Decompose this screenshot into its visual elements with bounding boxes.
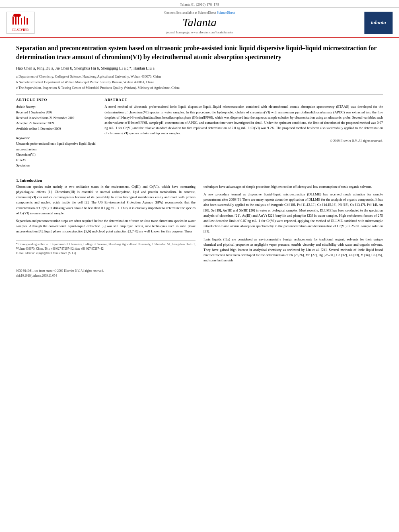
affiliation-1: a Department of Chemistry, College of Sc… (16, 74, 383, 79)
journal-info-bar: Talanta 81 (2010) 176–179 (0, 0, 399, 8)
affiliations: a Department of Chemistry, College of Sc… (16, 74, 383, 90)
intro-para-5: Ionic liquids (ILs) are considered as en… (204, 237, 383, 263)
email-line: E-mail address: sqingli@mail.hzau.edu.cn… (16, 251, 195, 255)
svg-rect-3 (21, 18, 22, 25)
intro-para-2: Separation and preconcentration steps ar… (16, 218, 195, 234)
talanta-logo: talanta (364, 12, 393, 34)
sciencedirect-url[interactable]: ScienceDirect (217, 11, 235, 14)
abstract-col: ABSTRACT A novel method of ultrasonic pr… (105, 98, 383, 168)
affiliation-2: b Narcotics Control Department of Wuhan … (16, 80, 383, 85)
article-info-label: ARTICLE INFO (16, 98, 97, 102)
body-section: 1. Introduction Chromium species exist m… (0, 168, 399, 265)
body-col-right: techniques have advantages of simple pro… (204, 184, 383, 265)
article-history: Article history: Received 1 September 20… (16, 104, 97, 131)
footer: 0039-9140/$ – see front matter © 2009 El… (0, 269, 399, 278)
copyright-line: © 2009 Elsevier B.V. All rights reserved… (105, 139, 383, 143)
intro-para-1: Chromium species exist mainly in two oxi… (16, 184, 195, 216)
svg-rect-4 (24, 16, 25, 25)
footnotes: * Corresponding author at: Department of… (16, 240, 195, 256)
svg-point-7 (16, 14, 21, 17)
svg-rect-5 (27, 18, 28, 25)
issn-line: 0039-9140/$ – see front matter © 2009 El… (16, 269, 383, 273)
journal-title: Talanta (35, 16, 364, 29)
intro-para-3: techniques have advantages of simple pro… (204, 184, 383, 189)
keywords-block: Keywords: Ultrasonic probe-assisted ioni… (16, 136, 97, 168)
article-section: Separation and preconcentration system b… (0, 38, 399, 168)
abstract-text: A novel method of ultrasonic probe-assis… (105, 104, 383, 136)
journal-center: Contents lists available at ScienceDirec… (35, 11, 364, 34)
article-info-abstract: ARTICLE INFO Article history: Received 1… (16, 98, 383, 168)
elsevier-logo: ELSEVIER (6, 12, 35, 34)
article-title: Separation and preconcentration system b… (16, 44, 383, 61)
journal-header: ELSEVIER Contents lists available at Sci… (0, 8, 399, 38)
intro-para-4: A new procedure termed as dispersive liq… (204, 192, 383, 234)
divider (16, 94, 383, 94)
elsevier-label: ELSEVIER (12, 28, 29, 32)
journal-homepage: journal homepage: www.elsevier.com/locat… (35, 31, 364, 34)
svg-rect-0 (12, 16, 14, 25)
abstract-label: ABSTRACT (105, 98, 383, 102)
affiliation-3: c The Supervision, Inspection & Testing … (16, 85, 383, 90)
journal-volume-info: Talanta 81 (2010) 176–179 (180, 2, 219, 6)
doi-line: doi:10.1016/j.talanta.2009.11.054 (16, 273, 383, 278)
article-info-col: ARTICLE INFO Article history: Received 1… (16, 98, 97, 168)
intro-heading: 1. Introduction (16, 178, 383, 183)
body-col-left: Chromium species exist mainly in two oxi… (16, 184, 195, 265)
corresponding-author: * Corresponding author at: Department of… (16, 242, 195, 251)
body-two-col: Chromium species exist mainly in two oxi… (16, 184, 383, 265)
svg-rect-2 (18, 16, 19, 25)
authors-line: Hao Chen a, Ping Du a, Jie Chen b, Sheng… (16, 65, 383, 72)
sciencedirect-link: Contents lists available at ScienceDirec… (35, 11, 364, 14)
